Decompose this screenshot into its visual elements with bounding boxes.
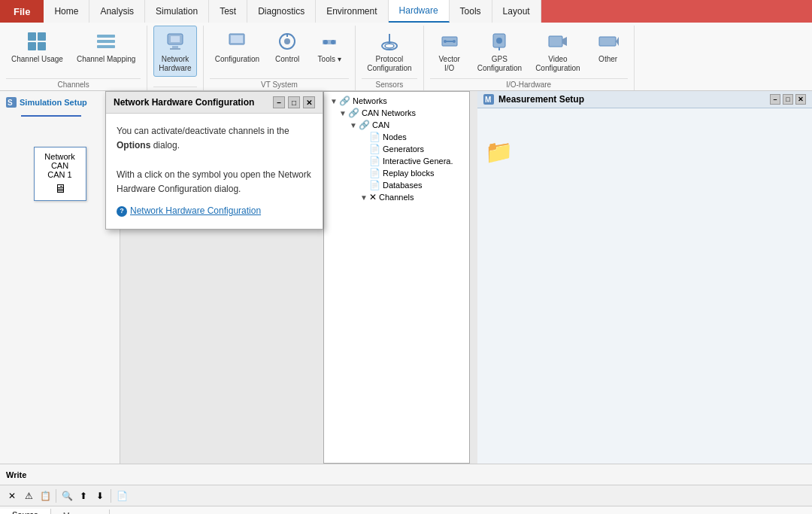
- tree-item-can-networks[interactable]: ▼ 🔗 CAN Networks: [327, 107, 466, 119]
- vector-io-icon: [438, 29, 462, 53]
- configuration-button[interactable]: Configuration: [210, 26, 265, 68]
- node-box[interactable]: Network CAN CAN 1 🖥: [34, 147, 86, 201]
- svg-rect-8: [171, 36, 180, 42]
- ribbon-group-io: VectorI/O GPSConfiguration VideoConfigur…: [424, 26, 635, 90]
- svg-marker-30: [562, 37, 567, 46]
- channel-mapping-label: Channel Mapping: [77, 55, 135, 64]
- ribbon-group-network: NetworkHardware: [147, 26, 203, 90]
- other-button[interactable]: Other: [589, 26, 628, 68]
- network-hardware-icon: [163, 29, 187, 53]
- popup-close-button[interactable]: ✕: [303, 96, 315, 108]
- toolbar-sep-2: [111, 489, 111, 503]
- channel-usage-button[interactable]: Channel Usage: [6, 26, 68, 68]
- svg-point-18: [331, 40, 335, 44]
- gps-configuration-button[interactable]: GPSConfiguration: [472, 26, 527, 77]
- menu-environment[interactable]: Environment: [316, 0, 388, 23]
- message-tab[interactable]: Message: [51, 509, 110, 515]
- popup-titlebar: Network Hardware Configuration – □ ✕: [106, 92, 323, 114]
- toolbar-btn-2[interactable]: ⚠: [21, 488, 36, 503]
- network-label: Network: [42, 152, 78, 161]
- svg-point-20: [385, 44, 394, 48]
- tree-icon-interactive: 📄: [369, 156, 380, 166]
- tree-icon-generators: 📄: [369, 144, 380, 154]
- folder-icon: 📁: [485, 138, 513, 165]
- tree-item-nodes[interactable]: 📄 Nodes: [327, 131, 466, 143]
- protocol-configuration-label: ProtocolConfiguration: [367, 55, 411, 73]
- meas-close-button[interactable]: ✕: [795, 94, 806, 105]
- simulation-setup-title: S Simulation Setup: [6, 97, 114, 108]
- popup-minimize-button[interactable]: –: [273, 96, 285, 108]
- meas-minimize-button[interactable]: –: [770, 94, 780, 105]
- toolbar-btn-6[interactable]: ⬇: [92, 488, 108, 503]
- video-configuration-icon: [546, 29, 570, 53]
- popup-text1: You can activate/deactivate channels in …: [117, 124, 312, 153]
- ribbon-content: Channel Usage Channel Mapping Channels: [0, 23, 812, 90]
- menu-layout[interactable]: Layout: [492, 0, 541, 23]
- toolbar-btn-3[interactable]: 📋: [38, 488, 53, 503]
- tree-expand-channels: ▼: [359, 193, 369, 202]
- tree-icon-can-networks: 🔗: [348, 108, 359, 118]
- tree-expand-networks: ▼: [329, 97, 339, 105]
- control-button[interactable]: Control: [268, 26, 307, 68]
- tree-expand-databases: [359, 181, 369, 190]
- popup-link[interactable]: ? Network Hardware Configuration: [117, 204, 312, 218]
- svg-rect-1: [38, 32, 46, 41]
- popup-body: You can activate/deactivate channels in …: [106, 114, 323, 229]
- channel-mapping-icon: [94, 29, 118, 53]
- menu-items: Home Analysis Simulation Test Diagnostic…: [44, 0, 541, 23]
- channel-usage-icon: [25, 29, 49, 53]
- network-can-node[interactable]: Network CAN CAN 1 🖥: [6, 147, 114, 201]
- menu-tools[interactable]: Tools: [450, 0, 492, 23]
- sensors-group-label: Sensors: [362, 78, 417, 90]
- tree-icon-can: 🔗: [359, 120, 370, 130]
- tree-expand-nodes: [359, 133, 369, 141]
- meas-restore-button[interactable]: □: [783, 94, 793, 105]
- channel-mapping-button[interactable]: Channel Mapping: [71, 26, 141, 68]
- tree-label-networks: Networks: [353, 96, 387, 105]
- svg-rect-29: [549, 36, 562, 47]
- ribbon-buttons-channels: Channel Usage Channel Mapping: [6, 26, 141, 78]
- source-tab[interactable]: Source: [0, 509, 51, 515]
- source-bar: Source Message: [0, 506, 812, 514]
- vt-tools-button[interactable]: Tools ▾: [310, 26, 349, 68]
- network-hardware-group-label: [153, 87, 196, 90]
- gps-configuration-label: GPSConfiguration: [477, 55, 522, 73]
- meas-left: 📁: [485, 116, 513, 452]
- vector-io-button[interactable]: VectorI/O: [430, 26, 469, 77]
- tree-item-can[interactable]: ▼ 🔗 CAN: [327, 119, 466, 131]
- network-hardware-button[interactable]: NetworkHardware: [153, 26, 196, 77]
- menu-home[interactable]: Home: [44, 0, 89, 23]
- tree-item-generators[interactable]: 📄 Generators: [327, 143, 466, 155]
- svg-rect-12: [231, 35, 243, 43]
- svg-rect-10: [170, 48, 180, 50]
- file-menu[interactable]: File: [0, 0, 44, 23]
- toolbar-btn-1[interactable]: ✕: [5, 488, 20, 503]
- ribbon-buttons-sensors: ProtocolConfiguration: [362, 26, 417, 78]
- toolbar-btn-4[interactable]: 🔍: [59, 488, 74, 503]
- menu-simulation[interactable]: Simulation: [145, 0, 209, 23]
- menu-analysis[interactable]: Analysis: [89, 0, 145, 23]
- popup-maximize-button[interactable]: □: [288, 96, 300, 108]
- menu-test[interactable]: Test: [209, 0, 247, 23]
- tree-expand-can: ▼: [348, 121, 359, 129]
- menu-hardware[interactable]: Hardware: [389, 0, 450, 23]
- simulation-setup-panel: S Simulation Setup Network CAN CAN 1 🖥: [0, 91, 120, 464]
- network-hardware-label: NetworkHardware: [159, 55, 191, 73]
- svg-rect-32: [599, 37, 616, 46]
- measurement-setup: M Measurement Setup – □ ✕ 📁: [477, 91, 812, 464]
- toolbar-btn-7[interactable]: 📄: [114, 488, 129, 503]
- tree-item-networks[interactable]: ▼ 🔗 Networks: [327, 95, 466, 107]
- tree-label-interactive: Interactive Genera.: [383, 157, 453, 166]
- protocol-configuration-button[interactable]: ProtocolConfiguration: [362, 26, 417, 77]
- menu-diagnostics[interactable]: Diagnostics: [247, 0, 316, 23]
- video-configuration-button[interactable]: VideoConfiguration: [530, 26, 585, 77]
- tree-item-replay[interactable]: 📄 Replay blocks: [327, 167, 466, 179]
- status-bar: Write: [0, 464, 812, 485]
- tree-item-interactive[interactable]: 📄 Interactive Genera.: [327, 155, 466, 167]
- popup-text3: With a click on the symbol you open the …: [117, 168, 312, 196]
- channels-group-label: Channels: [6, 78, 141, 90]
- tree-label-nodes: Nodes: [383, 132, 407, 141]
- tree-item-databases[interactable]: 📄 Databases: [327, 179, 466, 191]
- tree-item-channels[interactable]: ▼ ✕ Channels: [327, 191, 466, 203]
- toolbar-btn-5[interactable]: ⬆: [76, 488, 91, 503]
